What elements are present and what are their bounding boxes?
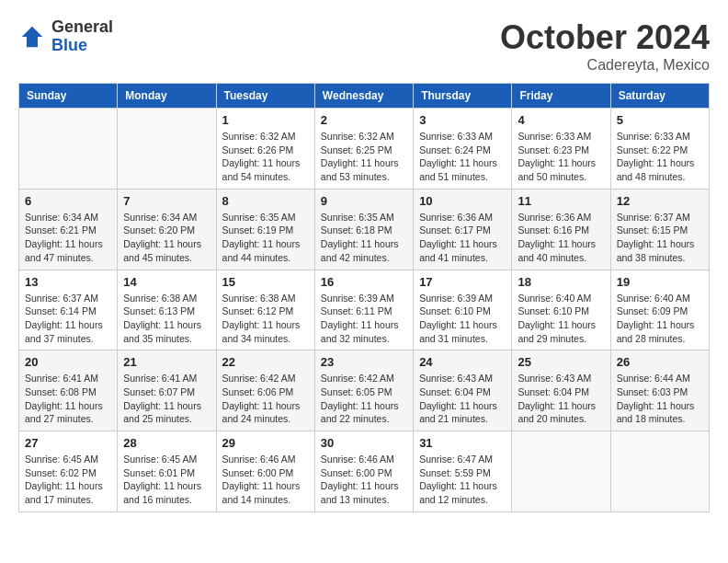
table-row: 17Sunrise: 6:39 AMSunset: 6:10 PMDayligh… — [414, 270, 512, 350]
day-info: Sunrise: 6:37 AMSunset: 6:15 PMDaylight:… — [617, 211, 703, 265]
location-title: Cadereyta, Mexico — [500, 57, 710, 74]
day-number: 15 — [222, 275, 309, 289]
calendar-week-row: 20Sunrise: 6:41 AMSunset: 6:08 PMDayligh… — [19, 350, 710, 431]
table-row: 26Sunrise: 6:44 AMSunset: 6:03 PMDayligh… — [610, 350, 709, 431]
day-info: Sunrise: 6:33 AMSunset: 6:22 PMDaylight:… — [617, 130, 703, 184]
day-number: 12 — [617, 194, 703, 208]
day-info: Sunrise: 6:42 AMSunset: 6:06 PMDaylight:… — [222, 372, 309, 426]
table-row — [512, 431, 610, 512]
day-number: 6 — [25, 194, 111, 208]
day-info: Sunrise: 6:43 AMSunset: 6:04 PMDaylight:… — [419, 372, 506, 426]
header-sunday: Sunday — [19, 84, 118, 109]
table-row — [19, 109, 118, 190]
day-number: 31 — [419, 436, 506, 450]
header-tuesday: Tuesday — [216, 84, 314, 109]
day-number: 3 — [419, 113, 506, 127]
table-row: 6Sunrise: 6:34 AMSunset: 6:21 PMDaylight… — [19, 189, 118, 270]
day-number: 27 — [25, 436, 111, 450]
table-row: 4Sunrise: 6:33 AMSunset: 6:23 PMDaylight… — [512, 109, 610, 190]
table-row: 8Sunrise: 6:35 AMSunset: 6:19 PMDaylight… — [216, 189, 314, 270]
day-info: Sunrise: 6:35 AMSunset: 6:19 PMDaylight:… — [222, 211, 309, 265]
table-row: 22Sunrise: 6:42 AMSunset: 6:06 PMDayligh… — [216, 350, 314, 431]
day-number: 16 — [321, 275, 407, 289]
logo-general: General — [51, 18, 113, 37]
table-row: 10Sunrise: 6:36 AMSunset: 6:17 PMDayligh… — [414, 189, 512, 270]
day-number: 13 — [25, 275, 111, 289]
table-row: 9Sunrise: 6:35 AMSunset: 6:18 PMDaylight… — [314, 189, 413, 270]
day-number: 24 — [419, 355, 506, 369]
table-row: 11Sunrise: 6:36 AMSunset: 6:16 PMDayligh… — [512, 189, 610, 270]
day-number: 22 — [222, 355, 309, 369]
day-info: Sunrise: 6:32 AMSunset: 6:25 PMDaylight:… — [321, 130, 407, 184]
day-info: Sunrise: 6:38 AMSunset: 6:12 PMDaylight:… — [222, 292, 309, 346]
calendar-week-row: 1Sunrise: 6:32 AMSunset: 6:26 PMDaylight… — [19, 109, 710, 190]
table-row — [610, 431, 709, 512]
day-info: Sunrise: 6:42 AMSunset: 6:05 PMDaylight:… — [321, 372, 407, 426]
day-info: Sunrise: 6:33 AMSunset: 6:24 PMDaylight:… — [419, 130, 506, 184]
table-row: 3Sunrise: 6:33 AMSunset: 6:24 PMDaylight… — [414, 109, 512, 190]
day-number: 30 — [321, 436, 407, 450]
header-monday: Monday — [118, 84, 216, 109]
table-row: 27Sunrise: 6:45 AMSunset: 6:02 PMDayligh… — [19, 431, 118, 512]
logo: General Blue — [18, 18, 113, 55]
day-info: Sunrise: 6:41 AMSunset: 6:07 PMDaylight:… — [123, 372, 210, 426]
calendar-header-row: Sunday Monday Tuesday Wednesday Thursday… — [19, 84, 710, 109]
day-number: 9 — [321, 194, 407, 208]
page-header: General Blue October 2024 Cadereyta, Mex… — [18, 18, 710, 74]
table-row: 13Sunrise: 6:37 AMSunset: 6:14 PMDayligh… — [19, 270, 118, 350]
day-info: Sunrise: 6:40 AMSunset: 6:09 PMDaylight:… — [617, 292, 703, 346]
calendar-week-row: 13Sunrise: 6:37 AMSunset: 6:14 PMDayligh… — [19, 270, 710, 350]
day-info: Sunrise: 6:34 AMSunset: 6:20 PMDaylight:… — [123, 211, 210, 265]
day-info: Sunrise: 6:34 AMSunset: 6:21 PMDaylight:… — [25, 211, 111, 265]
day-info: Sunrise: 6:33 AMSunset: 6:23 PMDaylight:… — [518, 130, 604, 184]
table-row: 28Sunrise: 6:45 AMSunset: 6:01 PMDayligh… — [118, 431, 216, 512]
day-number: 11 — [518, 194, 604, 208]
day-number: 4 — [518, 113, 604, 127]
table-row: 16Sunrise: 6:39 AMSunset: 6:11 PMDayligh… — [314, 270, 413, 350]
table-row: 29Sunrise: 6:46 AMSunset: 6:00 PMDayligh… — [216, 431, 314, 512]
logo-icon — [18, 23, 46, 51]
calendar-week-row: 27Sunrise: 6:45 AMSunset: 6:02 PMDayligh… — [19, 431, 710, 512]
day-info: Sunrise: 6:41 AMSunset: 6:08 PMDaylight:… — [25, 372, 111, 426]
table-row: 7Sunrise: 6:34 AMSunset: 6:20 PMDaylight… — [118, 189, 216, 270]
day-info: Sunrise: 6:44 AMSunset: 6:03 PMDaylight:… — [617, 372, 703, 426]
table-row: 5Sunrise: 6:33 AMSunset: 6:22 PMDaylight… — [610, 109, 709, 190]
table-row: 15Sunrise: 6:38 AMSunset: 6:12 PMDayligh… — [216, 270, 314, 350]
title-block: October 2024 Cadereyta, Mexico — [500, 18, 710, 74]
day-info: Sunrise: 6:43 AMSunset: 6:04 PMDaylight:… — [518, 372, 604, 426]
day-number: 2 — [321, 113, 407, 127]
table-row: 24Sunrise: 6:43 AMSunset: 6:04 PMDayligh… — [414, 350, 512, 431]
day-number: 5 — [617, 113, 703, 127]
day-info: Sunrise: 6:46 AMSunset: 6:00 PMDaylight:… — [222, 453, 309, 507]
table-row: 18Sunrise: 6:40 AMSunset: 6:10 PMDayligh… — [512, 270, 610, 350]
table-row: 31Sunrise: 6:47 AMSunset: 5:59 PMDayligh… — [414, 431, 512, 512]
day-info: Sunrise: 6:39 AMSunset: 6:10 PMDaylight:… — [419, 292, 506, 346]
table-row — [118, 109, 216, 190]
day-number: 8 — [222, 194, 309, 208]
day-info: Sunrise: 6:40 AMSunset: 6:10 PMDaylight:… — [518, 292, 604, 346]
day-info: Sunrise: 6:45 AMSunset: 6:02 PMDaylight:… — [25, 453, 111, 507]
day-number: 23 — [321, 355, 407, 369]
month-title: October 2024 — [500, 18, 710, 57]
table-row: 1Sunrise: 6:32 AMSunset: 6:26 PMDaylight… — [216, 109, 314, 190]
day-number: 29 — [222, 436, 309, 450]
day-info: Sunrise: 6:35 AMSunset: 6:18 PMDaylight:… — [321, 211, 407, 265]
day-info: Sunrise: 6:37 AMSunset: 6:14 PMDaylight:… — [25, 292, 111, 346]
day-number: 28 — [123, 436, 210, 450]
day-info: Sunrise: 6:38 AMSunset: 6:13 PMDaylight:… — [123, 292, 210, 346]
table-row: 2Sunrise: 6:32 AMSunset: 6:25 PMDaylight… — [314, 109, 413, 190]
day-number: 26 — [617, 355, 703, 369]
day-info: Sunrise: 6:45 AMSunset: 6:01 PMDaylight:… — [123, 453, 210, 507]
header-saturday: Saturday — [610, 84, 709, 109]
day-number: 14 — [123, 275, 210, 289]
table-row: 21Sunrise: 6:41 AMSunset: 6:07 PMDayligh… — [118, 350, 216, 431]
table-row: 14Sunrise: 6:38 AMSunset: 6:13 PMDayligh… — [118, 270, 216, 350]
header-wednesday: Wednesday — [314, 84, 413, 109]
day-info: Sunrise: 6:46 AMSunset: 6:00 PMDaylight:… — [321, 453, 407, 507]
table-row: 12Sunrise: 6:37 AMSunset: 6:15 PMDayligh… — [610, 189, 709, 270]
table-row: 25Sunrise: 6:43 AMSunset: 6:04 PMDayligh… — [512, 350, 610, 431]
day-number: 17 — [419, 275, 506, 289]
logo-text: General Blue — [51, 18, 113, 55]
table-row: 19Sunrise: 6:40 AMSunset: 6:09 PMDayligh… — [610, 270, 709, 350]
calendar-week-row: 6Sunrise: 6:34 AMSunset: 6:21 PMDaylight… — [19, 189, 710, 270]
